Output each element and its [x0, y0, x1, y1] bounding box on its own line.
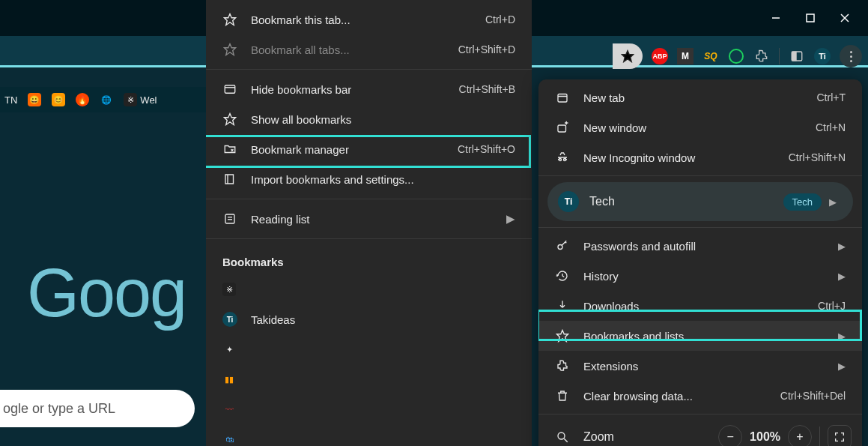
bookmark-entry[interactable]: ✦: [206, 334, 532, 364]
newtab-icon: [555, 90, 570, 105]
menu-item-import-bookmarks[interactable]: Import bookmarks and settings...: [206, 164, 532, 194]
menu-item-passwords-and-autofill[interactable]: Passwords and autofill ▶: [538, 231, 862, 261]
star-icon: [222, 42, 237, 57]
chevron-right-icon: ▶: [829, 196, 837, 208]
chevron-right-icon: ▶: [838, 331, 846, 342]
svg-rect-12: [225, 214, 234, 223]
bookmark-item[interactable]: 😊: [52, 93, 65, 106]
menu-item-bookmark-manager[interactable]: Bookmark manager Ctrl+Shift+O: [206, 134, 532, 164]
menu-item-reading-list[interactable]: Reading list ▶: [206, 204, 532, 234]
bookmark-entry[interactable]: 🛍: [206, 424, 532, 446]
star-icon: [555, 328, 570, 343]
menu-item-label: Hide bookmarks bar: [251, 83, 351, 96]
chevron-right-icon: ▶: [838, 271, 846, 282]
menu-separator: [538, 175, 862, 176]
menu-item-history[interactable]: History ▶: [538, 261, 862, 291]
m-extension-icon[interactable]: M: [677, 48, 694, 64]
svg-line-25: [564, 439, 568, 442]
chevron-right-icon: ▶: [838, 361, 846, 372]
chrome-menu-button[interactable]: [840, 45, 862, 67]
bookmarks-heading: Bookmarks: [206, 244, 532, 274]
download-icon: [555, 298, 570, 313]
book-icon: [222, 172, 237, 187]
profile-label: Tech: [589, 195, 615, 208]
menu-item-show-all-bookmarks[interactable]: Show all bookmarks: [206, 104, 532, 134]
bookmark-label: TN: [4, 94, 17, 106]
chrome-main-menu: New tab Ctrl+T New window Ctrl+N New Inc…: [538, 79, 862, 446]
bookmark-item[interactable]: 🌐: [100, 93, 113, 106]
favicon: ✦: [222, 343, 236, 356]
svg-rect-17: [558, 125, 566, 132]
menu-item-new-window[interactable]: New window Ctrl+N: [538, 112, 862, 142]
menu-item-bookmarks-and-lists[interactable]: Bookmarks and lists ▶: [538, 321, 862, 351]
bookmark-star-button[interactable]: [613, 43, 643, 69]
profile-avatar-icon: Ti: [558, 191, 579, 212]
sq-extension-icon[interactable]: SQ: [702, 48, 719, 64]
bookmark-item[interactable]: 🔥: [76, 93, 89, 106]
bookmark-item[interactable]: ※Wel: [124, 93, 157, 106]
menu-item-label: New tab: [583, 91, 625, 104]
svg-point-21: [564, 159, 566, 161]
toolbar-divider: [779, 48, 780, 64]
search-input[interactable]: ogle or type a URL: [0, 390, 195, 427]
menu-item-profile[interactable]: Ti Tech Tech ▶: [547, 182, 853, 221]
fullscreen-button[interactable]: [828, 425, 852, 446]
bookmark-item[interactable]: TN: [4, 94, 17, 106]
zoom-out-button[interactable]: −: [718, 425, 742, 446]
menu-item-clear-browsing-data[interactable]: Clear browsing data... Ctrl+Shift+Del: [538, 381, 862, 411]
menu-item-bookmark-this-tab[interactable]: Bookmark this tab... Ctrl+D: [206, 4, 532, 34]
grammarly-extension-icon[interactable]: [728, 48, 744, 64]
bookmarks-bar: TN 😀 😊 🔥 🌐 ※Wel: [0, 87, 206, 112]
extensions-button[interactable]: [753, 48, 770, 64]
bookmark-entry[interactable]: ▮▮: [206, 364, 532, 394]
svg-marker-23: [557, 331, 568, 342]
menu-item-label: Reading list: [251, 213, 309, 226]
window-minimize-button[interactable]: [759, 3, 793, 33]
profile-avatar-button[interactable]: Ti: [814, 48, 831, 64]
svg-marker-11: [225, 114, 236, 125]
menu-item-new-tab[interactable]: New tab Ctrl+T: [538, 82, 862, 112]
menu-item-new-incognito-window[interactable]: New Incognito window Ctrl+Shift+N: [538, 142, 862, 172]
chevron-right-icon: ▶: [838, 241, 846, 252]
abp-extension-icon[interactable]: ABP: [652, 48, 668, 64]
svg-marker-7: [225, 14, 236, 25]
menu-item-label: Extensions: [583, 360, 638, 373]
side-panel-button[interactable]: [789, 48, 805, 64]
key-icon: [555, 238, 570, 253]
google-logo: Goog: [27, 255, 186, 332]
folder-icon: [222, 142, 237, 157]
menu-item-label: Bookmark manager: [251, 143, 349, 156]
bookmark-entry[interactable]: 〰: [206, 394, 532, 424]
shortcut-label: Ctrl+J: [818, 300, 846, 312]
bookmark-entry[interactable]: ※: [206, 274, 532, 304]
toolbar-right: ABP M SQ Ti: [613, 43, 862, 69]
favicon: 〰: [222, 403, 236, 416]
menu-item-label: History: [583, 270, 619, 283]
zoom-label: Zoom: [583, 430, 614, 444]
menu-item-label: Bookmark this tab...: [251, 13, 350, 26]
menu-item-label: Bookmark all tabs...: [251, 43, 350, 56]
menu-item-extensions[interactable]: Extensions ▶: [538, 351, 862, 381]
window-maximize-button[interactable]: [793, 3, 828, 33]
hide-icon: [222, 82, 237, 97]
puzzle-icon: [555, 358, 570, 373]
favicon: ▮▮: [222, 373, 236, 386]
menu-item-hide-bookmarks-bar[interactable]: Hide bookmarks bar Ctrl+Shift+B: [206, 74, 532, 104]
menu-item-label: Downloads: [583, 300, 639, 313]
window-close-button[interactable]: [828, 3, 862, 33]
shortcut-label: Ctrl+Shift+N: [789, 151, 846, 163]
shortcut-label: Ctrl+Shift+D: [458, 43, 515, 55]
svg-point-22: [558, 245, 562, 250]
zoom-in-button[interactable]: +: [788, 425, 812, 446]
menu-item-downloads[interactable]: Downloads Ctrl+J: [538, 291, 862, 321]
menu-separator: [206, 199, 532, 199]
svg-point-24: [558, 433, 565, 439]
svg-rect-1: [807, 14, 814, 22]
favicon: Ti: [222, 312, 237, 327]
menu-separator: [206, 238, 532, 239]
star-icon: [222, 112, 237, 127]
chevron-right-icon: ▶: [506, 212, 515, 226]
bookmark-item[interactable]: 😀: [28, 93, 41, 106]
zoom-value: 100%: [750, 430, 780, 444]
bookmark-entry[interactable]: TiTakideas: [206, 304, 532, 334]
